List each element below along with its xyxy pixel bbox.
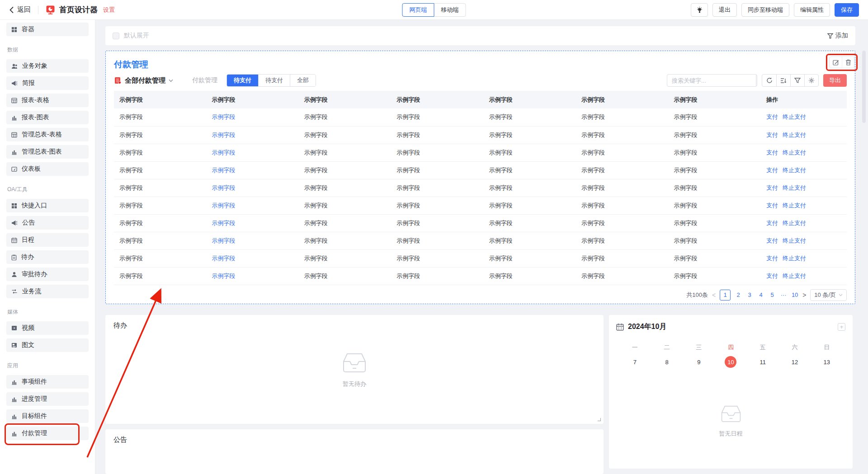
sidebar-item-summary-table[interactable]: 管理总表-表格 (6, 128, 89, 141)
record-link[interactable]: 示例字段 (212, 113, 235, 120)
pay-link[interactable]: 支付 (766, 237, 778, 245)
sidebar-item-report-chart[interactable]: 报表-图表 (6, 111, 89, 124)
sidebar-item-progress-mgmt[interactable]: 进度管理 (6, 392, 89, 406)
todo-widget[interactable]: 待办 暂无待办 (105, 315, 604, 424)
page-number[interactable]: 10 (791, 291, 798, 298)
record-link[interactable]: 示例字段 (212, 131, 235, 138)
sidebar-item-video[interactable]: 视频 (6, 321, 89, 335)
edit-properties-button[interactable]: 编辑属性 (794, 3, 830, 17)
filter-icon[interactable] (790, 75, 804, 86)
export-button[interactable]: 导出 (823, 74, 847, 87)
tab-web[interactable]: 网页端 (402, 3, 434, 17)
save-button[interactable]: 保存 (835, 3, 859, 17)
add-schedule-icon[interactable]: + (838, 323, 845, 331)
stop-pay-link[interactable]: 终止支付 (783, 219, 806, 227)
page-number[interactable]: 3 (746, 291, 753, 298)
pay-link[interactable]: 支付 (766, 272, 778, 280)
sidebar-item-matter-widget[interactable]: 事项组件 (6, 375, 89, 389)
sidebar-item-goal-widget[interactable]: 目标组件 (6, 409, 89, 423)
pay-link[interactable]: 支付 (766, 113, 778, 121)
exit-button[interactable]: 退出 (712, 3, 737, 17)
sidebar-item-todo[interactable]: 待办 (6, 250, 89, 264)
filter-tab-0[interactable]: 待支付 (227, 75, 258, 86)
stop-pay-link[interactable]: 终止支付 (783, 272, 806, 280)
pay-link[interactable]: 支付 (766, 149, 778, 157)
pay-link[interactable]: 支付 (766, 202, 778, 210)
prev-page-icon[interactable]: < (712, 291, 716, 299)
sidebar-item-briefing[interactable]: 简报 (6, 76, 89, 90)
sidebar-item-announcement[interactable]: 公告 (6, 216, 89, 230)
sort-icon[interactable] (776, 75, 790, 86)
record-link[interactable]: 示例字段 (212, 237, 235, 244)
theme-bulb-button[interactable] (691, 3, 708, 17)
stop-pay-link[interactable]: 终止支付 (783, 113, 806, 121)
sidebar-item-summary-chart[interactable]: 管理总表-图表 (6, 145, 89, 159)
settings-link[interactable]: 设置 (103, 6, 115, 14)
record-link[interactable]: 示例字段 (212, 220, 235, 226)
scrollbar-thumb[interactable] (862, 51, 866, 123)
search-input[interactable] (667, 75, 756, 86)
pay-link[interactable]: 支付 (766, 166, 778, 174)
record-link[interactable]: 示例字段 (212, 272, 235, 279)
sync-mobile-button[interactable]: 同步至移动端 (741, 3, 789, 17)
tab-mobile[interactable]: 移动端 (434, 3, 466, 17)
delete-widget-icon[interactable] (842, 57, 854, 68)
record-link[interactable]: 示例字段 (212, 202, 235, 209)
sidebar-item-container[interactable]: 容器 (6, 23, 89, 36)
page-size-select[interactable]: 10 条/页 (810, 289, 847, 301)
data-source-dropdown[interactable]: 全部付款管理 (114, 76, 173, 85)
calendar-date[interactable]: 11 (747, 356, 779, 368)
pay-link[interactable]: 支付 (766, 219, 778, 227)
search-icon[interactable] (756, 75, 757, 86)
sidebar-item-image-text[interactable]: 图文 (6, 338, 89, 352)
sidebar-item-quick-entry[interactable]: 快捷入口 (6, 199, 89, 212)
record-link[interactable]: 示例字段 (212, 184, 235, 191)
page-number[interactable]: 5 (769, 291, 776, 298)
sidebar-item-approval-todo[interactable]: 审批待办 (6, 268, 89, 281)
record-link[interactable]: 示例字段 (212, 255, 235, 262)
page-number[interactable]: 1 (720, 290, 731, 300)
stop-pay-link[interactable]: 终止支付 (783, 254, 806, 263)
next-page-icon[interactable]: > (802, 291, 806, 299)
back-button[interactable]: 返回 (9, 5, 31, 14)
more-pages-icon[interactable]: ··· (780, 291, 787, 298)
stop-pay-link[interactable]: 终止支付 (783, 184, 806, 192)
sidebar-item-workflow[interactable]: 业务流 (6, 285, 89, 298)
calendar-date[interactable]: 8 (651, 356, 683, 368)
gear-icon[interactable] (804, 75, 818, 86)
stop-pay-link[interactable]: 终止支付 (783, 237, 806, 245)
sidebar-item-report-table[interactable]: 报表-表格 (6, 94, 89, 107)
pay-link[interactable]: 支付 (766, 131, 778, 139)
sidebar-item-business-object[interactable]: 业务对象 (6, 59, 89, 73)
calendar-date[interactable]: 13 (811, 356, 843, 368)
stop-pay-link[interactable]: 终止支付 (783, 202, 806, 210)
filter-tab-2[interactable]: 全部 (290, 75, 316, 86)
pay-link[interactable]: 支付 (766, 184, 778, 192)
stop-pay-link[interactable]: 终止支付 (783, 166, 806, 174)
page-number[interactable]: 4 (757, 291, 764, 298)
table-cell: 示例字段 (206, 144, 298, 161)
edit-widget-icon[interactable] (830, 57, 842, 68)
default-expand-checkbox[interactable] (113, 33, 119, 39)
sidebar-item-dashboard[interactable]: 仪表板 (6, 162, 89, 176)
calendar-date[interactable]: 10 (715, 356, 747, 368)
stop-pay-link[interactable]: 终止支付 (783, 131, 806, 139)
stop-pay-link[interactable]: 终止支付 (783, 149, 806, 157)
resize-handle[interactable] (598, 418, 601, 421)
page-number[interactable]: 2 (735, 291, 742, 298)
sidebar-item-schedule[interactable]: 日程 (6, 233, 89, 247)
calendar-widget[interactable]: 2024年10月 + 一二三四五六日 78910111213 暂无日程 (609, 315, 853, 469)
filter-tab-1[interactable]: 待支付 (258, 75, 290, 86)
calendar-date[interactable]: 9 (683, 356, 715, 368)
calendar-date[interactable]: 7 (619, 356, 651, 368)
refresh-icon[interactable] (762, 75, 776, 86)
add-widget-button[interactable]: 添加 (827, 32, 848, 40)
record-link[interactable]: 示例字段 (212, 167, 235, 174)
sidebar-item-payment-mgmt[interactable]: 付款管理 (6, 427, 89, 440)
payment-widget-panel[interactable]: 付款管理 全部付款管理 付款管理 待支付待支付全部 (105, 51, 855, 304)
table-cell: 示例字段 (669, 144, 761, 161)
calendar-date[interactable]: 12 (779, 356, 811, 368)
pay-link[interactable]: 支付 (766, 254, 778, 263)
record-link[interactable]: 示例字段 (212, 149, 235, 156)
notice-widget[interactable]: 公告 (105, 429, 604, 474)
